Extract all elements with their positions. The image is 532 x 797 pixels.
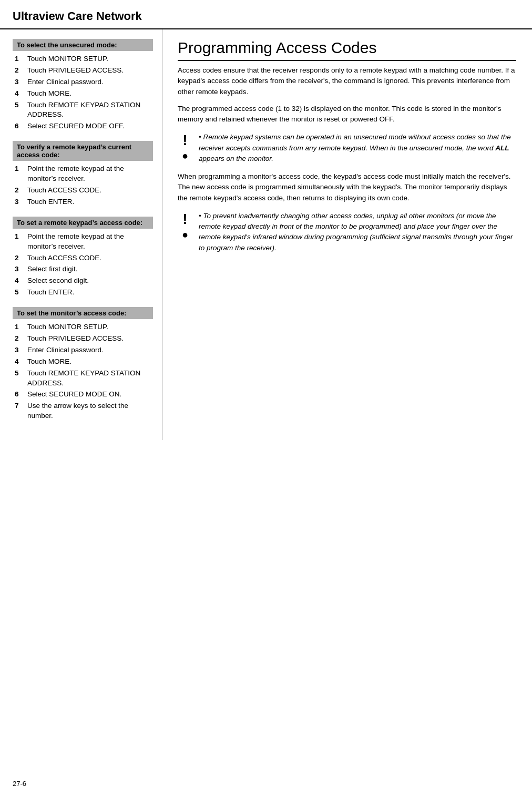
section-header-set-remote-access: To set a remote keypad’s access code: [13, 217, 153, 229]
item-number: 2 [15, 186, 25, 196]
list-item: 3Touch ENTER. [15, 197, 151, 207]
note-box-1: ! ● • Remote keypad systems can be opera… [178, 132, 516, 164]
item-text: Touch REMOTE KEYPAD STATION ADDRESS. [27, 100, 151, 120]
item-number: 1 [15, 164, 25, 184]
item-number: 2 [15, 253, 25, 263]
list-item: 4Select second digit. [15, 276, 151, 286]
right-column: Programming Access Codes Access codes en… [163, 29, 532, 440]
list-item: 3Select first digit. [15, 264, 151, 274]
section-header-verify-access: To verify a remote keypad’s current acce… [13, 141, 153, 161]
list-item: 6Select SECURED MODE ON. [15, 390, 151, 400]
left-column: To select the unsecured mode:1Touch MONI… [0, 29, 163, 440]
item-number: 2 [15, 66, 25, 76]
item-number: 2 [15, 334, 25, 344]
item-text: Select SECURED MODE OFF. [27, 121, 151, 131]
item-text: Touch ENTER. [27, 197, 151, 207]
item-text: Enter Clinical password. [27, 345, 151, 355]
section-header-set-monitor-access: To set the monitor’s access code: [13, 307, 153, 319]
list-item: 5Touch ENTER. [15, 288, 151, 298]
item-text: Touch MORE. [27, 89, 151, 99]
section-set-monitor-access: To set the monitor’s access code:1Touch … [13, 307, 153, 421]
note-text-2: • To prevent inadvertently changing othe… [199, 211, 516, 253]
list-item: 1Touch MONITOR SETUP. [15, 322, 151, 332]
section-header-select-unsecured: To select the unsecured mode: [13, 39, 153, 51]
header: Ultraview Care Network [0, 0, 532, 29]
num-list-select-unsecured: 1Touch MONITOR SETUP.2Touch PRIVILEGED A… [15, 54, 151, 131]
item-number: 5 [15, 369, 25, 389]
item-text: Touch PRIVILEGED ACCESS. [27, 334, 151, 344]
item-text: Select first digit. [27, 264, 151, 274]
section-verify-access: To verify a remote keypad’s current acce… [13, 141, 153, 207]
item-number: 5 [15, 100, 25, 120]
item-number: 3 [15, 77, 25, 87]
list-item: 5Touch REMOTE KEYPAD STATION ADDRESS. [15, 100, 151, 120]
item-number: 3 [15, 264, 25, 274]
page-brand-title: Ultraview Care Network [13, 9, 142, 23]
item-number: 6 [15, 121, 25, 131]
page-container: Ultraview Care Network To select the uns… [0, 0, 532, 797]
item-text: Touch REMOTE KEYPAD STATION ADDRESS. [27, 369, 151, 389]
item-number: 4 [15, 357, 25, 367]
item-number: 7 [15, 401, 25, 421]
item-text: Point the remote keypad at the monitor’s… [27, 164, 151, 184]
section-body-set-monitor-access: 1Touch MONITOR SETUP.2Touch PRIVILEGED A… [13, 322, 153, 421]
list-item: 1Touch MONITOR SETUP. [15, 54, 151, 64]
section-select-unsecured: To select the unsecured mode:1Touch MONI… [13, 39, 153, 131]
item-number: 6 [15, 390, 25, 400]
section-body-select-unsecured: 1Touch MONITOR SETUP.2Touch PRIVILEGED A… [13, 54, 153, 131]
item-number: 1 [15, 54, 25, 64]
intro-para-2: The programmed access code (1 to 32) is … [178, 104, 516, 125]
item-number: 5 [15, 288, 25, 298]
item-text: Touch PRIVILEGED ACCESS. [27, 66, 151, 76]
item-text: Touch MONITOR SETUP. [27, 54, 151, 64]
item-text: Touch ACCESS CODE. [27, 186, 151, 196]
section-set-remote-access: To set a remote keypad’s access code:1Po… [13, 217, 153, 298]
list-item: 3Enter Clinical password. [15, 345, 151, 355]
num-list-set-monitor-access: 1Touch MONITOR SETUP.2Touch PRIVILEGED A… [15, 322, 151, 421]
list-item: 2Touch PRIVILEGED ACCESS. [15, 66, 151, 76]
item-number: 1 [15, 322, 25, 332]
item-text: Enter Clinical password. [27, 77, 151, 87]
item-text: Point the remote keypad at the monitor’s… [27, 232, 151, 252]
content-area: To select the unsecured mode:1Touch MONI… [0, 29, 532, 440]
item-number: 3 [15, 345, 25, 355]
list-item: 4Touch MORE. [15, 357, 151, 367]
footer: 27-6 [13, 780, 26, 788]
list-item: 2Touch ACCESS CODE. [15, 186, 151, 196]
item-number: 1 [15, 232, 25, 252]
intro-para-3: When programming a monitor's access code… [178, 171, 516, 203]
list-item: 4Touch MORE. [15, 89, 151, 99]
list-item: 6Select SECURED MODE OFF. [15, 121, 151, 131]
item-text: Touch ACCESS CODE. [27, 253, 151, 263]
note-content-2: • To prevent inadvertently changing othe… [199, 211, 516, 253]
item-number: 4 [15, 276, 25, 286]
note-content-1: • Remote keypad systems can be operated … [199, 132, 516, 164]
list-item: 2Touch PRIVILEGED ACCESS. [15, 334, 151, 344]
item-text: Touch MORE. [27, 357, 151, 367]
list-item: 5Touch REMOTE KEYPAD STATION ADDRESS. [15, 369, 151, 389]
item-text: Touch MONITOR SETUP. [27, 322, 151, 332]
page-title: Programming Access Codes [178, 39, 516, 61]
page-number: 27-6 [13, 780, 26, 788]
num-list-set-remote-access: 1Point the remote keypad at the monitor’… [15, 232, 151, 298]
note-text-1: • Remote keypad systems can be operated … [199, 132, 516, 164]
item-text: Use the arrow keys to select the number. [27, 401, 151, 421]
item-text: Touch ENTER. [27, 288, 151, 298]
section-body-set-remote-access: 1Point the remote keypad at the monitor’… [13, 232, 153, 298]
list-item: 3Enter Clinical password. [15, 77, 151, 87]
item-number: 3 [15, 197, 25, 207]
intro-para-1: Access codes ensure that the receiver re… [178, 65, 516, 97]
list-item: 2Touch ACCESS CODE. [15, 253, 151, 263]
section-body-verify-access: 1Point the remote keypad at the monitor’… [13, 164, 153, 207]
item-text: Select SECURED MODE ON. [27, 390, 151, 400]
warning-icon-2: ! ● [178, 211, 192, 253]
note-box-2: ! ● • To prevent inadvertently changing … [178, 211, 516, 253]
item-text: Select second digit. [27, 276, 151, 286]
warning-icon-1: ! ● [178, 132, 192, 164]
item-number: 4 [15, 89, 25, 99]
list-item: 7Use the arrow keys to select the number… [15, 401, 151, 421]
num-list-verify-access: 1Point the remote keypad at the monitor’… [15, 164, 151, 207]
list-item: 1Point the remote keypad at the monitor’… [15, 164, 151, 184]
list-item: 1Point the remote keypad at the monitor’… [15, 232, 151, 252]
